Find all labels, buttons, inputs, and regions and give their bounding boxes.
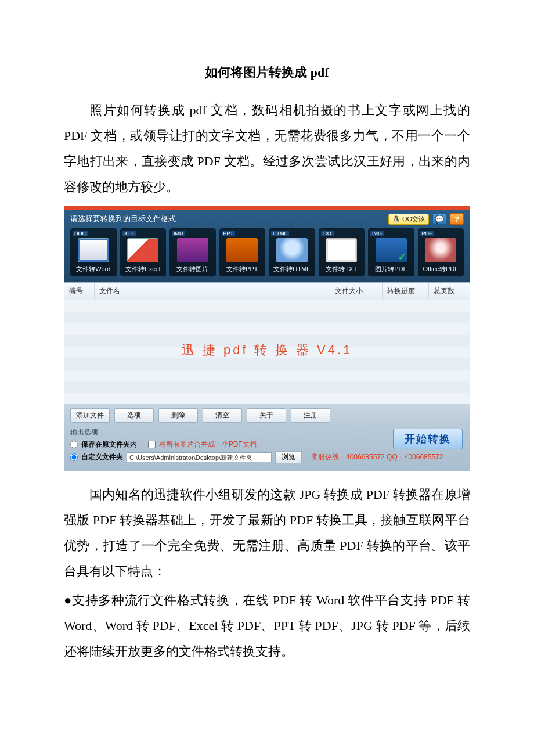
add-file-button[interactable]: 添加文件: [70, 408, 110, 423]
browse-button[interactable]: 浏览: [275, 451, 302, 463]
tile-label: 文件转图片: [171, 265, 214, 273]
tile-thumb-icon: [276, 238, 308, 262]
chat-icon[interactable]: 💬: [432, 213, 446, 225]
format-tile-img2[interactable]: IMG图片转PDF: [368, 228, 414, 276]
format-tile-pdf[interactable]: PDFOffice转PDF: [418, 228, 464, 276]
format-tile-txt[interactable]: TXT文件转TXT: [319, 228, 365, 276]
format-tile-html[interactable]: HTML文件转HTML: [269, 228, 315, 276]
tile-thumb-icon: [326, 238, 357, 262]
tile-badge: IMG: [370, 231, 384, 236]
custom-folder-label: 自定义文件夹: [81, 452, 123, 462]
penguin-icon: 🐧: [392, 215, 400, 223]
tile-thumb-icon: [226, 238, 258, 262]
tile-badge: TXT: [321, 231, 334, 236]
tile-badge: PPT: [222, 231, 236, 236]
col-filesize[interactable]: 文件大小: [330, 283, 383, 300]
save-original-radio[interactable]: [70, 441, 78, 448]
tile-badge: HTML: [271, 231, 289, 236]
app-screenshot: 请选择要转换到的目标文件格式 🐧 QQ交谈 💬 ? DOC文件转WordXLS文…: [64, 206, 470, 471]
tile-thumb-icon: [376, 238, 407, 262]
clear-button[interactable]: 清空: [203, 408, 242, 423]
format-tile-ppt[interactable]: PPT文件转PPT: [219, 228, 266, 276]
col-filename[interactable]: 文件名: [95, 283, 330, 300]
tile-thumb-icon: [78, 238, 109, 262]
grid-body[interactable]: 迅 捷 pdf 转 换 器 V4.1: [64, 300, 470, 404]
version-watermark: 迅 捷 pdf 转 换 器 V4.1: [182, 341, 353, 359]
format-select-bar: 请选择要转换到的目标文件格式 🐧 QQ交谈 💬 ? DOC文件转WordXLS文…: [64, 210, 470, 282]
col-number[interactable]: 编号: [64, 283, 95, 300]
qq-chat-label: QQ交谈: [402, 215, 425, 224]
tile-label: 文件转HTML: [270, 265, 313, 273]
save-original-label: 保存在原文件夹内: [81, 440, 137, 449]
about-button[interactable]: 关于: [247, 408, 286, 423]
format-tile-xls[interactable]: XLS文件转Excel: [120, 228, 167, 276]
merge-images-label: 将所有图片合并成一个PDF文档: [159, 440, 257, 449]
register-button[interactable]: 注册: [291, 408, 330, 423]
tile-thumb-icon: [177, 238, 208, 262]
paragraph-2: 国内知名的迅捷软件小组研发的这款 JPG 转换成 PDF 转换器在原增强版 PD…: [64, 482, 470, 584]
format-prompt: 请选择要转换到的目标文件格式: [70, 214, 176, 224]
qq-chat-button[interactable]: 🐧 QQ交谈: [388, 214, 429, 225]
custom-folder-radio[interactable]: [70, 453, 78, 461]
col-progress[interactable]: 转换进度: [383, 283, 429, 300]
tile-badge: DOC: [73, 231, 88, 236]
tile-label: 文件转PPT: [221, 265, 264, 273]
file-grid: 编号 文件名 文件大小 转换进度 总页数 迅 捷 pdf 转 换 器 V4.1: [64, 282, 470, 404]
col-pages[interactable]: 总页数: [429, 283, 470, 300]
format-tiles: DOC文件转WordXLS文件转ExcelIMG文件转图片PPT文件转PPTHT…: [70, 228, 464, 276]
hotline-link[interactable]: 客服热线：4006685572 QQ：4006685572: [311, 452, 443, 462]
help-icon[interactable]: ?: [450, 213, 464, 225]
tile-thumb-icon: [425, 238, 456, 262]
output-options: 输出选项 保存在原文件夹内 将所有图片合并成一个PDF文档 自定义文件夹 C:\…: [64, 425, 470, 471]
tile-thumb-icon: [127, 238, 158, 262]
start-convert-button[interactable]: 开始转换: [393, 429, 463, 449]
action-button-row: 添加文件 选项 删除 清空 关于 注册: [64, 404, 470, 425]
bullet-1: ●支持多种流行文件格式转换，在线 PDF 转 Word 软件平台支持 PDF 转…: [64, 588, 470, 664]
tile-label: 文件转Excel: [122, 265, 165, 273]
format-tile-img[interactable]: IMG文件转图片: [169, 228, 216, 276]
grid-header: 编号 文件名 文件大小 转换进度 总页数: [64, 283, 470, 300]
tile-label: 文件转Word: [72, 265, 115, 273]
format-tile-doc[interactable]: DOC文件转Word: [70, 228, 117, 276]
tile-badge: IMG: [172, 231, 185, 236]
tile-badge: XLS: [122, 231, 136, 236]
paragraph-1: 照片如何转换成 pdf 文档，数码相机拍摄的书上文字或网上找的 PDF 文档，或…: [64, 98, 470, 200]
output-path-input[interactable]: C:\Users\Administrator\Desktop\新建文件夹: [127, 452, 272, 462]
tile-label: 图片转PDF: [370, 265, 413, 273]
delete-button[interactable]: 删除: [158, 408, 198, 423]
merge-images-checkbox[interactable]: [148, 441, 156, 448]
tile-badge: PDF: [420, 231, 434, 236]
doc-title: 如何将图片转换成 pdf: [64, 64, 470, 81]
options-button[interactable]: 选项: [114, 408, 154, 423]
tile-label: 文件转TXT: [320, 265, 363, 273]
tile-label: Office转PDF: [420, 265, 463, 273]
